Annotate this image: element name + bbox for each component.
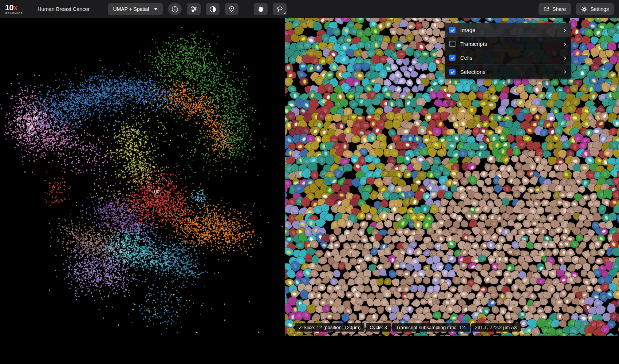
layer-label-selections: Selections bbox=[460, 69, 559, 75]
layers-panel: Image › Transcripts › Cells › Selections… bbox=[445, 23, 571, 79]
pan-tool-button[interactable] bbox=[254, 3, 268, 15]
pan-hand-icon bbox=[257, 6, 264, 12]
info-icon bbox=[171, 6, 178, 13]
contrast-icon bbox=[209, 6, 216, 13]
share-label: Share bbox=[552, 6, 566, 12]
view-mode-dropdown[interactable]: UMAP + Spatial bbox=[108, 3, 163, 15]
layer-row-transcripts[interactable]: Transcripts › bbox=[445, 37, 571, 51]
adjustments-button[interactable] bbox=[187, 3, 201, 15]
chevron-right-icon[interactable]: › bbox=[563, 41, 567, 47]
cycle-status: Cycle: 3 bbox=[366, 323, 391, 332]
logo-wordmark: 10x bbox=[5, 4, 17, 12]
umap-scatter-canvas[interactable] bbox=[0, 18, 285, 336]
dataset-title: Human Breast Cancer bbox=[38, 6, 90, 12]
waypoint-button[interactable] bbox=[225, 3, 238, 15]
app-root: 10x GENOMICS Human Breast Cancer UMAP + … bbox=[0, 0, 619, 364]
adjustments-icon bbox=[190, 6, 197, 12]
lasso-icon bbox=[276, 6, 283, 13]
tool-options-indicator bbox=[283, 12, 285, 14]
settings-label: Settings bbox=[590, 6, 609, 12]
lasso-tool-button[interactable] bbox=[273, 3, 287, 15]
tenx-genomics-logo: 10x GENOMICS bbox=[5, 4, 23, 15]
toolbar: 10x GENOMICS Human Breast Cancer UMAP + … bbox=[0, 0, 619, 18]
umap-panel[interactable] bbox=[0, 18, 285, 364]
viewer-area: Image › Transcripts › Cells › Selections… bbox=[0, 18, 619, 364]
view-mode-label: UMAP + Spatial bbox=[113, 6, 149, 12]
layer-row-cells[interactable]: Cells › bbox=[445, 51, 571, 65]
layer-label-cells: Cells bbox=[460, 55, 559, 61]
chevron-right-icon[interactable]: › bbox=[563, 27, 567, 33]
contrast-button[interactable] bbox=[206, 3, 220, 15]
spatial-panel[interactable]: Image › Transcripts › Cells › Selections… bbox=[285, 18, 619, 364]
image-layer-checkbox[interactable] bbox=[449, 27, 456, 33]
layer-row-image[interactable]: Image › bbox=[445, 23, 571, 37]
share-icon bbox=[544, 6, 549, 12]
cursor-position-status: 231.1, 722.2 μm A3 bbox=[471, 323, 521, 332]
share-button[interactable]: Share bbox=[539, 3, 571, 15]
settings-button[interactable]: Settings bbox=[576, 3, 614, 15]
layer-row-selections[interactable]: Selections › bbox=[445, 65, 571, 79]
status-bar: Z-Slice: 12 (position: 120μm) Cycle: 3 T… bbox=[295, 323, 521, 332]
z-slice-status: Z-Slice: 12 (position: 120μm) bbox=[295, 323, 364, 332]
cells-layer-checkbox[interactable] bbox=[449, 55, 456, 61]
layer-label-transcripts: Transcripts bbox=[460, 41, 559, 47]
chevron-down-icon bbox=[154, 8, 158, 10]
layer-label-image: Image bbox=[460, 27, 559, 33]
waypoint-icon bbox=[228, 6, 235, 12]
subsampling-status: Transcript subsampling ratio: 1:4 bbox=[392, 323, 470, 332]
chevron-right-icon[interactable]: › bbox=[563, 55, 567, 61]
gear-icon bbox=[581, 6, 587, 12]
info-button[interactable] bbox=[168, 3, 182, 15]
transcripts-layer-checkbox[interactable] bbox=[449, 41, 456, 47]
selections-layer-checkbox[interactable] bbox=[449, 69, 456, 75]
chevron-right-icon[interactable]: › bbox=[563, 69, 567, 75]
logo-subtext: GENOMICS bbox=[5, 12, 23, 15]
